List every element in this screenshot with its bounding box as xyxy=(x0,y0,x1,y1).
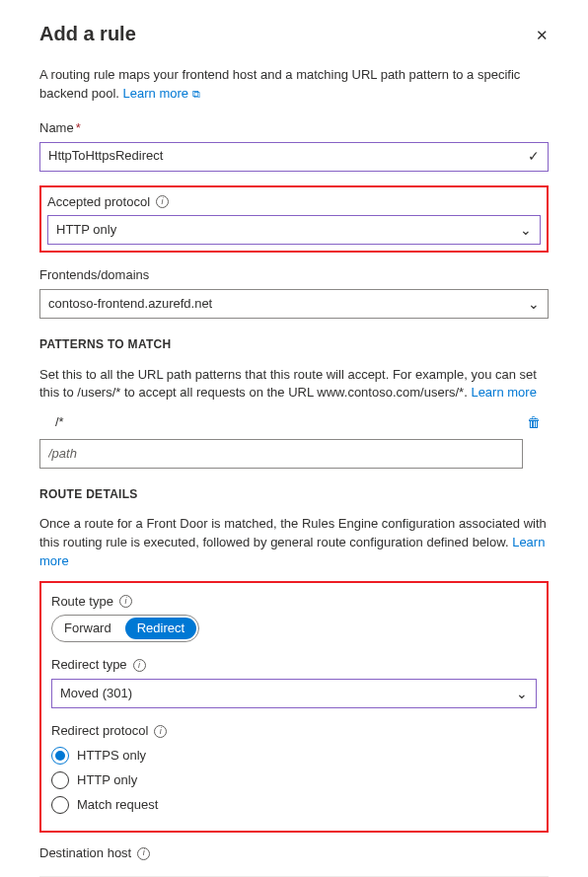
chevron-down-icon: ⌄ xyxy=(528,294,540,314)
radio-match-request[interactable]: Match request xyxy=(51,796,537,815)
external-link-icon: ⧉ xyxy=(192,88,200,100)
redirect-protocol-label: Redirect protocol i xyxy=(51,722,537,741)
protocol-dropdown[interactable]: HTTP only ⌄ xyxy=(47,215,541,245)
redirect-type-dropdown[interactable]: Moved (301) ⌄ xyxy=(51,679,537,708)
info-icon[interactable]: i xyxy=(154,725,167,738)
frontends-label: Frontends/domains xyxy=(39,266,549,285)
redirect-type-label: Redirect type i xyxy=(51,656,537,675)
route-type-redirect[interactable]: Redirect xyxy=(125,618,196,639)
pattern-value: /* xyxy=(39,413,527,432)
route-description: Once a route for a Front Door is matched… xyxy=(39,515,549,571)
info-icon[interactable]: i xyxy=(119,595,132,608)
close-icon[interactable]: ✕ xyxy=(536,25,549,46)
route-type-toggle[interactable]: Forward Redirect xyxy=(51,615,199,642)
destination-host-label: Destination host i xyxy=(39,844,549,863)
route-type-label: Route type i xyxy=(51,593,537,612)
chevron-down-icon: ⌄ xyxy=(520,220,532,240)
patterns-description: Set this to all the URL path patterns th… xyxy=(39,366,549,403)
desc-text: A routing rule maps your frontend host a… xyxy=(39,67,520,101)
route-heading: Route Details xyxy=(39,486,549,503)
name-input[interactable]: HttpToHttpsRedirect ✓ xyxy=(39,142,549,172)
patterns-heading: Patterns to match xyxy=(39,336,549,353)
learn-more-link[interactable]: Learn more ⧉ xyxy=(123,86,200,101)
route-type-forward[interactable]: Forward xyxy=(52,616,123,641)
info-icon[interactable]: i xyxy=(156,195,169,208)
radio-http-only[interactable]: HTTP only xyxy=(51,771,537,790)
radio-https-only[interactable]: HTTPS only xyxy=(51,747,537,766)
info-icon[interactable]: i xyxy=(133,659,146,672)
trash-icon[interactable]: 🗑 xyxy=(527,412,541,432)
panel-description: A routing rule maps your frontend host a… xyxy=(39,66,549,104)
learn-more-link[interactable]: Learn more xyxy=(471,385,536,400)
chevron-down-icon: ⌄ xyxy=(516,684,528,703)
frontends-dropdown[interactable]: contoso-frontend.azurefd.net ⌄ xyxy=(39,289,549,319)
panel-title: Add a rule xyxy=(39,20,136,48)
protocol-label: Accepted protocol i xyxy=(47,193,541,212)
check-icon: ✓ xyxy=(528,146,540,166)
pattern-input[interactable] xyxy=(39,439,523,469)
name-label: Name* xyxy=(39,119,549,138)
info-icon[interactable]: i xyxy=(137,847,150,860)
